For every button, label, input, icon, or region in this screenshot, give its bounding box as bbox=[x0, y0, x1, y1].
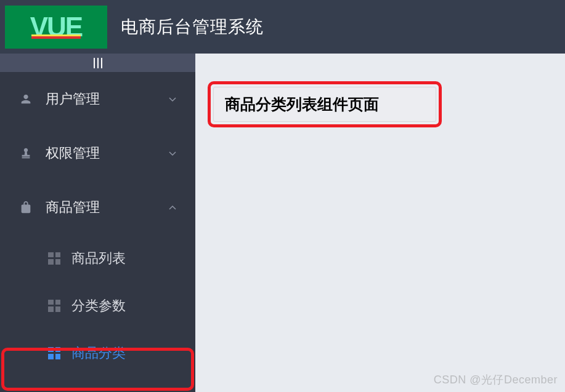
sidebar: 用户管理 权限管理 商品管理 bbox=[0, 54, 195, 392]
submenu-label: 商品列表 bbox=[71, 249, 126, 268]
sidebar-collapse-toggle[interactable] bbox=[0, 54, 195, 72]
submenu-item-product-list[interactable]: 商品列表 bbox=[0, 234, 195, 282]
app-header: VUE 电商后台管理系统 bbox=[0, 0, 565, 54]
submenu-item-product-category[interactable]: 商品分类 bbox=[0, 329, 195, 377]
submenu-item-category-params[interactable]: 分类参数 bbox=[0, 282, 195, 329]
user-icon bbox=[18, 92, 33, 106]
collapse-icon bbox=[94, 58, 102, 68]
grid-icon bbox=[48, 300, 60, 312]
submenu-label: 分类参数 bbox=[71, 297, 126, 315]
page-title: 商品分类列表组件页面 bbox=[225, 94, 379, 114]
menu-label: 权限管理 bbox=[46, 144, 168, 162]
annotation-highlight-content: 商品分类列表组件页面 bbox=[208, 81, 442, 127]
grid-icon bbox=[48, 252, 60, 265]
sidebar-item-product-management[interactable]: 商品管理 bbox=[0, 180, 195, 234]
chevron-down-icon bbox=[168, 149, 177, 158]
logo-text: VUE bbox=[30, 12, 82, 42]
chevron-down-icon bbox=[168, 95, 177, 103]
menu-label: 商品管理 bbox=[46, 198, 168, 217]
grid-icon bbox=[48, 347, 60, 359]
sidebar-item-user-management[interactable]: 用户管理 bbox=[0, 72, 195, 126]
app-logo: VUE bbox=[5, 6, 107, 49]
submenu-label: 商品分类 bbox=[71, 344, 126, 362]
main-content: 商品分类列表组件页面 CSDN @光仔December bbox=[195, 54, 565, 392]
sidebar-item-permission-management[interactable]: 权限管理 bbox=[0, 126, 195, 180]
shopping-bag-icon bbox=[18, 200, 33, 215]
chevron-up-icon bbox=[168, 203, 177, 212]
watermark-text: CSDN @光仔December bbox=[434, 372, 558, 387]
stamp-icon bbox=[18, 146, 33, 161]
app-title: 电商后台管理系统 bbox=[121, 15, 264, 39]
menu-label: 用户管理 bbox=[46, 90, 168, 108]
content-card: 商品分类列表组件页面 bbox=[213, 87, 436, 122]
